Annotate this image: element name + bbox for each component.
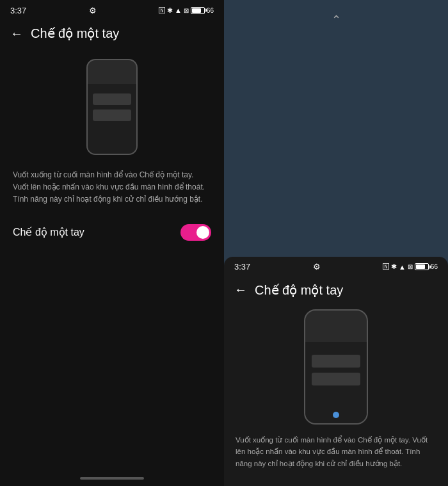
nfc-icon: 🄽 — [159, 7, 165, 14]
left-panel: 3:37 ⚙ 🄽 ✱ ▲ ⊠ 66 ← Chế độ một tay Vuốt … — [0, 0, 224, 486]
large-phone-mockup — [304, 309, 368, 425]
chevron-up-area: ⌃ — [224, 0, 448, 33]
phone-mockup-left — [86, 59, 138, 155]
bluetooth-icon-sheet: ✱ — [391, 263, 397, 271]
one-hand-toggle[interactable] — [180, 224, 211, 241]
description-left: Vuốt xuống từ cuối màn hình để vào Chế đ… — [0, 161, 224, 216]
status-icons-sheet: 🄽 ✱ ▲ ⊠ 66 — [383, 263, 438, 271]
wifi-icon-sheet: ▲ — [399, 263, 406, 271]
signal-icon-sheet: ⊠ — [408, 263, 413, 270]
bottom-sheet: 3:37 ⚙ 🄽 ✱ ▲ ⊠ 66 ← Chế độ một tay — [224, 257, 448, 486]
page-title-sheet: Chế độ một tay — [255, 282, 343, 298]
toggle-label: Chế độ một tay — [13, 226, 84, 238]
top-bar-sheet: ← Chế độ một tay — [224, 275, 448, 303]
phone-dot — [333, 412, 339, 418]
gear-icon-sheet: ⚙ — [313, 262, 321, 271]
back-button-left[interactable]: ← — [10, 26, 23, 41]
chevron-up-icon: ⌃ — [332, 13, 341, 27]
wifi-icon: ▲ — [175, 6, 182, 14]
status-bar-sheet: 3:37 ⚙ 🄽 ✱ ▲ ⊠ 66 — [224, 257, 448, 275]
battery-percent: 66 — [207, 7, 214, 14]
status-icons-left: 🄽 ✱ ▲ ⊠ 66 — [159, 6, 214, 15]
phone-illustration-left — [0, 46, 224, 161]
toggle-thumb — [196, 226, 209, 239]
large-phone-container — [224, 303, 448, 428]
description-sheet: Vuốt xuống từ cuối màn hình để vào Chế đ… — [224, 428, 448, 473]
gear-icon-left: ⚙ — [89, 6, 97, 15]
phone-mockup-inner-left — [88, 84, 136, 154]
home-indicator-left — [80, 477, 144, 480]
time-left: 3:37 — [10, 6, 26, 15]
right-panel: ⌃ 3:37 ⚙ 🄽 ✱ ▲ ⊠ 66 ← Chế độ một tay — [224, 0, 448, 486]
battery-icon-sheet — [415, 263, 429, 270]
back-button-sheet[interactable]: ← — [234, 282, 247, 297]
signal-icon: ⊠ — [184, 7, 189, 14]
toggle-row: Chế độ một tay — [0, 216, 224, 248]
top-bar-left: ← Chế độ một tay — [0, 18, 224, 46]
battery-percent-sheet: 66 — [431, 263, 438, 270]
bluetooth-icon: ✱ — [167, 6, 173, 15]
status-bar-left: 3:37 ⚙ 🄽 ✱ ▲ ⊠ 66 — [0, 0, 224, 18]
large-phone-mockup-inner — [305, 342, 367, 423]
battery-icon — [191, 7, 205, 14]
nfc-icon-sheet: 🄽 — [383, 263, 389, 270]
page-title-left: Chế độ một tay — [31, 26, 119, 41]
time-sheet: 3:37 — [234, 262, 250, 271]
